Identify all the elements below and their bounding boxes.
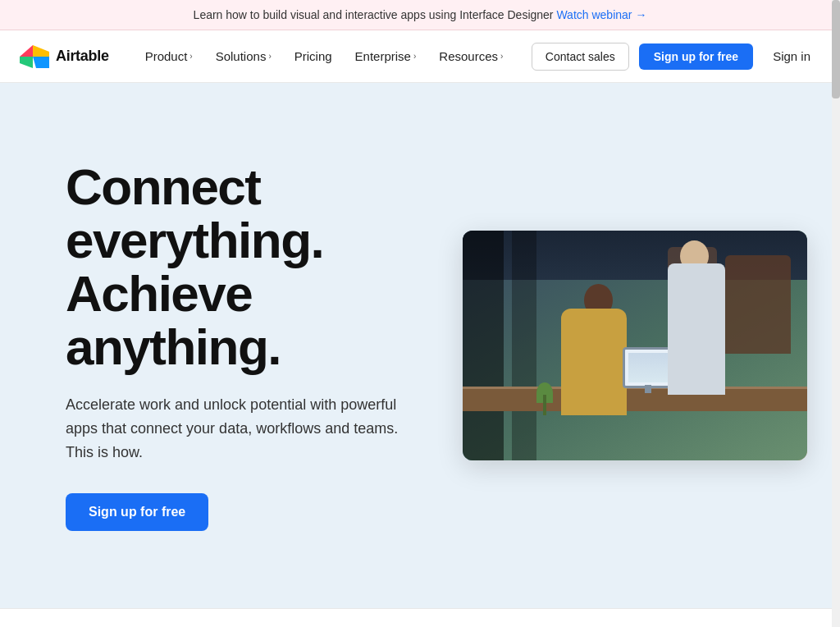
solutions-chevron-icon: › [268,52,271,61]
svg-marker-2 [33,57,49,68]
nav-resources[interactable]: Resources › [429,43,513,70]
monitor-stand [645,385,651,393]
hero-signup-button[interactable]: Sign up for free [66,493,208,531]
announcement-text: Learn how to build visual and interactiv… [194,8,554,21]
product-chevron-icon: › [189,52,192,61]
nav-solutions[interactable]: Solutions › [206,43,281,70]
svg-marker-3 [20,57,33,68]
hero-title: Connect everything. Achieve anything. [66,160,459,373]
hero-subtitle: Accelerate work and unlock potential wit… [66,393,410,464]
svg-marker-1 [33,45,49,57]
nav-product[interactable]: Product › [135,43,203,70]
logo-text: Airtable [56,48,109,65]
airtable-logo-icon [20,45,49,68]
resources-chevron-icon: › [500,52,503,61]
announcement-bar: Learn how to build visual and interactiv… [0,0,840,30]
svg-marker-0 [20,45,33,57]
signin-button[interactable]: Sign in [763,43,820,70]
plant [536,382,553,415]
hero-image [463,231,807,460]
contact-sales-button[interactable]: Contact sales [532,43,629,71]
office-scene [463,231,807,460]
scrollbar[interactable] [832,0,840,627]
panel1 [463,231,504,460]
logo-link[interactable]: Airtable [20,45,109,68]
logos-section: COLE HAAN Medium Eventbrite NETFLIX TIME… [0,608,840,627]
person2-body [668,263,725,395]
hero-content: Connect everything. Achieve anything. Ac… [66,160,459,532]
chair-bg [725,255,791,354]
monitor-screen [628,353,670,382]
person1-body [561,309,627,415]
navbar-signup-button[interactable]: Sign up for free [639,43,753,70]
nav-enterprise[interactable]: Enterprise › [345,43,427,70]
enterprise-chevron-icon: › [413,52,416,61]
nav-links: Product › Solutions › Pricing Enterprise… [135,43,532,70]
hero-section: Connect everything. Achieve anything. Ac… [0,83,840,608]
office-photo [463,231,807,460]
nav-actions: Contact sales Sign up for free Sign in [532,43,820,71]
panel2 [512,231,536,460]
navbar: Airtable Product › Solutions › Pricing E… [0,30,840,83]
table-surface [463,387,807,411]
plant-stem [543,395,546,415]
nav-pricing[interactable]: Pricing [285,43,342,70]
announcement-link[interactable]: Watch webinar → [556,8,646,21]
scrollbar-thumb[interactable] [832,0,840,98]
